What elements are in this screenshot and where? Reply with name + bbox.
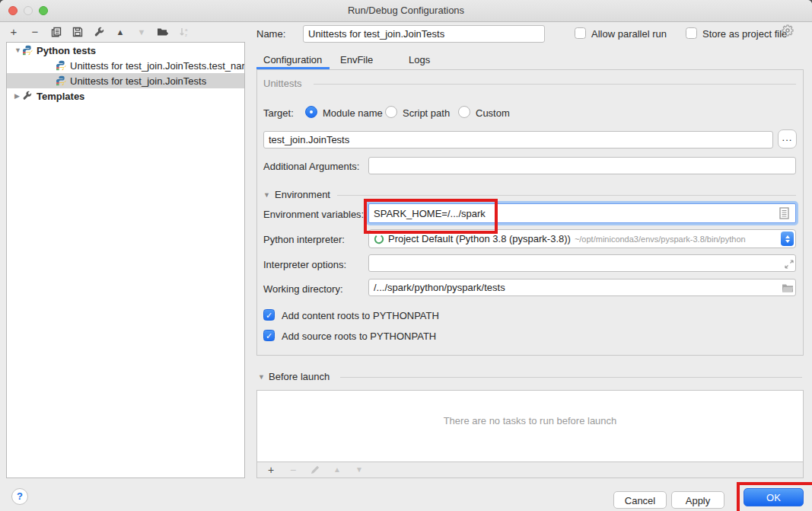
configurations-toolbar: + − ▲ ▼ az [8, 24, 190, 40]
section-divider [340, 377, 802, 378]
radio-module-name-label: Module name [323, 107, 383, 119]
browse-module-button[interactable]: ... [778, 129, 797, 149]
additional-arguments-input[interactable] [368, 157, 796, 174]
tree-item-templates[interactable]: ▶ Templates [7, 88, 244, 104]
add-content-roots-checkbox[interactable]: ✓ [263, 309, 275, 321]
svg-text:z: z [185, 33, 187, 37]
python-interpreter-select[interactable]: Project Default (Python 3.8 (pyspark-3.8… [368, 229, 796, 248]
move-up-icon[interactable]: ▲ [114, 26, 126, 38]
remove-configuration-icon[interactable]: − [29, 26, 41, 38]
edit-templates-wrench-icon[interactable] [93, 26, 105, 38]
edit-task-pencil-icon[interactable] [309, 464, 321, 476]
radio-script-path-label: Script path [403, 107, 450, 119]
tree-item-label: Unittests for test_join.JoinTests [70, 75, 206, 87]
apply-button[interactable]: Apply [671, 491, 724, 509]
add-content-roots-label: Add content roots to PYTHONPATH [282, 310, 439, 321]
interpreter-options-input[interactable] [368, 254, 796, 272]
unittests-section-label: Unittests [263, 78, 302, 89]
module-name-input[interactable] [263, 131, 773, 149]
python-test-icon [56, 75, 66, 86]
move-task-up-icon[interactable]: ▲ [331, 464, 343, 476]
before-launch-collapse-caret-icon[interactable]: ▼ [258, 373, 265, 381]
radio-custom-label: Custom [476, 107, 510, 119]
add-configuration-icon[interactable]: + [8, 26, 20, 38]
move-task-down-icon[interactable]: ▼ [353, 464, 365, 476]
section-divider [314, 84, 796, 85]
save-configuration-icon[interactable] [72, 26, 84, 38]
section-divider [337, 195, 796, 196]
add-source-roots-checkbox[interactable]: ✓ [263, 330, 275, 341]
copy-configuration-icon[interactable] [50, 26, 62, 38]
interpreter-value: Project Default (Python 3.8 (pyspark-3.8… [388, 233, 571, 244]
help-button[interactable]: ? [11, 488, 28, 505]
edit-variables-list-icon[interactable] [779, 207, 789, 222]
radio-custom[interactable] [458, 106, 470, 118]
tree-item-unittests-test-narrow[interactable]: Unittests for test_join.JoinTests.test_n… [7, 58, 244, 73]
interpreter-path: ~/opt/miniconda3/envs/pyspark-3.8/bin/py… [575, 235, 746, 244]
templates-wrench-icon [22, 91, 33, 101]
before-launch-tasks-panel: There are no tasks to run before launch … [256, 390, 804, 478]
radio-script-path[interactable] [385, 106, 397, 118]
environment-variables-input[interactable] [368, 203, 796, 223]
additional-arguments-label: Additional Arguments: [263, 161, 359, 172]
add-source-roots-label: Add source roots to PYTHONPATH [282, 331, 436, 342]
python-test-icon [56, 60, 66, 71]
environment-variables-label: Environment variables: [263, 209, 364, 220]
python-tests-icon [22, 45, 33, 56]
before-launch-toolbar: + − ▲ ▼ [257, 461, 803, 477]
tab-configuration[interactable]: Configuration [263, 54, 322, 65]
allow-parallel-run-label: Allow parallel run [591, 28, 667, 40]
window-title: Run/Debug Configurations [0, 5, 812, 16]
store-options-gear-icon[interactable] [782, 24, 794, 40]
move-down-icon[interactable]: ▼ [135, 26, 148, 38]
titlebar: Run/Debug Configurations [0, 0, 812, 22]
tree-item-python-tests[interactable]: ▼ Python tests [7, 43, 244, 58]
cancel-button[interactable]: Cancel [613, 491, 667, 509]
no-tasks-message: There are no tasks to run before launch [257, 415, 803, 426]
environment-collapse-caret-icon[interactable]: ▼ [263, 191, 270, 199]
target-label: Target: [263, 107, 294, 119]
conda-environment-icon [374, 234, 384, 244]
remove-task-icon[interactable]: − [287, 464, 299, 476]
python-interpreter-label: Python interpreter: [263, 234, 345, 245]
browse-folder-icon[interactable] [782, 283, 794, 296]
tree-item-label: Python tests [37, 45, 96, 56]
store-as-project-file-label: Store as project file [702, 28, 787, 40]
tree-item-unittests-jointests-selected[interactable]: Unittests for test_join.JoinTests [7, 73, 244, 88]
configurations-tree: ▼ Python tests Unittests for test_join.J… [6, 42, 245, 478]
new-folder-icon[interactable] [157, 26, 169, 38]
tree-item-label: Templates [37, 91, 84, 102]
sort-configurations-icon[interactable]: az [178, 26, 190, 38]
working-directory-input[interactable] [368, 279, 796, 296]
allow-parallel-run-checkbox[interactable] [575, 27, 586, 39]
radio-module-name[interactable] [305, 106, 317, 118]
expand-field-icon[interactable] [785, 258, 794, 272]
expand-caret-icon[interactable]: ▶ [14, 92, 22, 100]
tab-logs[interactable]: Logs [409, 54, 430, 65]
environment-section-label[interactable]: Environment [275, 189, 330, 200]
ok-button[interactable]: OK [744, 488, 804, 506]
collapse-caret-icon[interactable]: ▼ [14, 46, 22, 54]
tree-item-label: Unittests for test_join.JoinTests.test_n… [70, 60, 244, 72]
store-as-project-file-checkbox[interactable] [686, 27, 697, 39]
tab-envfile[interactable]: EnvFile [340, 54, 373, 65]
dropdown-stepper-icon[interactable] [781, 232, 794, 246]
interpreter-options-label: Interpreter options: [263, 259, 346, 270]
svg-text:a: a [185, 27, 188, 32]
before-launch-section-label[interactable]: Before launch [269, 371, 330, 382]
working-directory-label: Working directory: [263, 283, 343, 295]
name-input[interactable] [303, 25, 545, 43]
name-label: Name: [256, 28, 285, 40]
add-task-icon[interactable]: + [265, 464, 277, 476]
run-debug-configurations-dialog: Run/Debug Configurations + − ▲ ▼ az ▼ Py [0, 0, 812, 511]
